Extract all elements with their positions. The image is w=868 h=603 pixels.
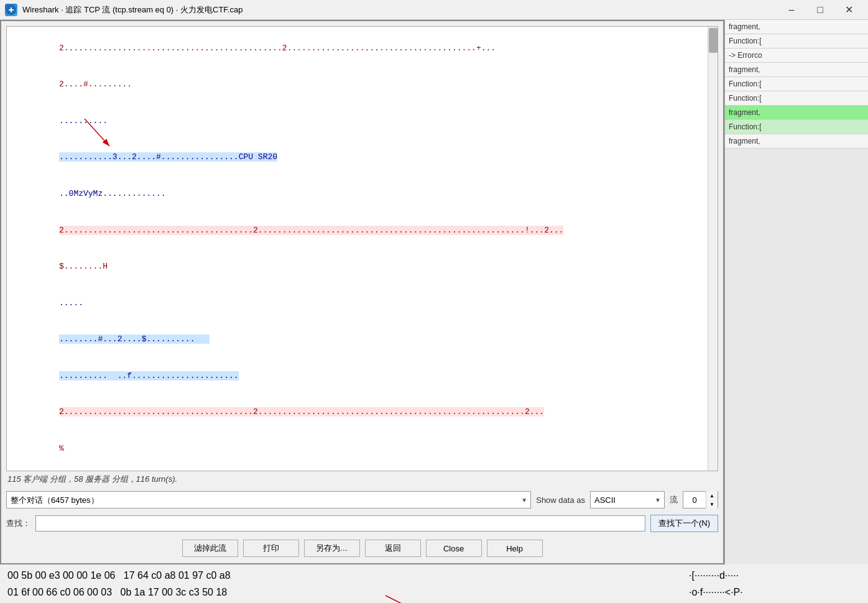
stream-line: ........#...2....$.......... — [9, 321, 715, 358]
status-text: 115 客户端 分组，58 服务器 分组，116 turn(s). — [7, 474, 177, 484]
back-button[interactable]: 返回 — [365, 540, 421, 557]
sidebar-item: fragment, — [725, 20, 868, 34]
sidebar-item: Function:[ — [725, 91, 868, 106]
find-input[interactable] — [35, 515, 645, 532]
stream-text-server: ..0MzVyMz............. — [59, 189, 166, 198]
tcp-stream-dialog: 2.......................................… — [0, 20, 724, 564]
filter-button[interactable]: 滤掉此流 — [182, 540, 238, 557]
spinner-down-button[interactable]: ▼ — [706, 500, 718, 509]
stream-line: 2.......................................… — [9, 394, 715, 431]
sidebar-item: -> Errorco — [725, 48, 868, 63]
stream-text-client: 2.......................................… — [59, 226, 563, 235]
hex-row: 00 5b 00 e3 00 00 1e 06 17 64 c0 a8 01 9… — [7, 568, 674, 584]
stream-line: 2.......................................… — [9, 213, 715, 249]
scrollbar-thumb[interactable] — [709, 28, 718, 53]
window-title: Wireshark · 追踪 TCP 流 (tcp.stream eq 0) ·… — [22, 4, 777, 16]
title-bar: Wireshark · 追踪 TCP 流 (tcp.stream eq 0) ·… — [0, 0, 868, 20]
close-button[interactable]: Close — [426, 540, 482, 557]
minimize-button[interactable]: – — [777, 0, 806, 20]
stream-display[interactable]: 2.......................................… — [6, 26, 718, 471]
stream-text-client: $........H — [59, 262, 108, 271]
app-icon — [5, 4, 17, 16]
stream-label: 流 — [670, 494, 678, 505]
data-format-select-wrapper[interactable]: ASCII — [590, 491, 665, 509]
controls-row: 整个对话（6457 bytes） Show data as ASCII 流 ▲ … — [1, 487, 723, 512]
stream-line: .......... — [9, 103, 715, 140]
action-buttons: 滤掉此流 打印 另存为… 返回 Close Help — [1, 536, 723, 563]
stream-scrollbar[interactable] — [708, 27, 718, 471]
hex-ascii-row: ·[·········d····· — [689, 568, 861, 584]
hex-panel-left: 00 5b 00 e3 00 00 1e 06 17 64 c0 a8 01 9… — [0, 564, 681, 603]
sidebar-item: fragment, — [725, 63, 868, 77]
stream-number-input[interactable] — [683, 492, 706, 508]
stream-line: .......... ..f...................... — [9, 358, 715, 395]
ascii-text: ·o·f········<·P· — [689, 585, 743, 601]
stream-text-client: % — [59, 444, 64, 453]
hex-bytes: 00 5b 00 e3 00 00 1e 06 17 64 c0 a8 01 9… — [7, 568, 674, 584]
stream-number-spinner[interactable]: ▲ ▼ — [683, 491, 718, 509]
find-label: 查找： — [6, 518, 30, 529]
stream-line: ..0MzVyMz............. — [9, 176, 715, 213]
print-button[interactable]: 打印 — [243, 540, 299, 557]
find-next-button[interactable]: 查找下一个(N) — [650, 515, 718, 532]
stream-line: ...........3...2....#................CPU… — [9, 140, 715, 177]
hex-dump-section: 00 5b 00 e3 00 00 1e 06 17 64 c0 a8 01 9… — [0, 564, 868, 603]
stream-text-server-highlight: .......... ..f...................... — [59, 371, 239, 380]
stream-text-client: 2.......................................… — [59, 407, 544, 417]
maximize-button[interactable]: □ — [806, 0, 834, 20]
stream-text-server: .......... — [59, 116, 108, 126]
stream-text-server-highlight: ...........3...2....#................CPU… — [59, 152, 277, 162]
status-bar: 115 客户端 分组，58 服务器 分组，116 turn(s). — [1, 471, 723, 487]
spinner-buttons: ▲ ▼ — [706, 491, 718, 509]
stream-text-server-highlight: ........#...2....$.......... — [59, 334, 210, 344]
right-sidebar: fragment, Function:[ -> Errorco fragment… — [724, 20, 868, 564]
stream-text-server: ..... — [59, 298, 83, 308]
stream-line: 2....#......... — [9, 67, 715, 104]
ascii-text: ·[·········d····· — [689, 568, 739, 584]
stream-line: % — [9, 431, 715, 467]
stream-line: ..... — [9, 285, 715, 322]
hex-row: 01 6f 00 66 c0 06 00 03 0b 1a 17 00 3c c… — [7, 585, 674, 601]
conversation-select[interactable]: 整个对话（6457 bytes） — [6, 491, 531, 509]
sidebar-item: fragment, — [725, 134, 868, 149]
hex-panel-right: ·[·········d····· ·o·f········<·P· ·····… — [681, 564, 868, 603]
stream-line: $........H — [9, 249, 715, 285]
stream-text-client: 2.......................................… — [59, 44, 496, 53]
stream-text-client: 2....#......... — [59, 80, 132, 89]
save-as-button[interactable]: 另存为… — [304, 540, 360, 557]
sidebar-item: Function:[ — [725, 120, 868, 134]
spinner-up-button[interactable]: ▲ — [706, 491, 718, 500]
hex-bytes: 01 6f 00 66 c0 06 00 03 0b 1a 17 00 3c c… — [7, 585, 674, 601]
show-data-label: Show data as — [536, 495, 585, 505]
conversation-select-wrapper[interactable]: 整个对话（6457 bytes） — [6, 491, 531, 509]
window-controls: – □ ✕ — [777, 0, 863, 20]
sidebar-item: Function:[ — [725, 77, 868, 91]
sidebar-item: Function:[ — [725, 34, 868, 48]
close-button[interactable]: ✕ — [834, 0, 863, 20]
sidebar-item: fragment, — [725, 106, 868, 120]
stream-line: 2.......................................… — [9, 30, 715, 67]
hex-ascii-row: ·o·f········<·P· — [689, 585, 861, 601]
data-format-select[interactable]: ASCII — [590, 491, 665, 509]
help-button[interactable]: Help — [487, 540, 543, 557]
find-row: 查找： 查找下一个(N) — [1, 512, 723, 536]
